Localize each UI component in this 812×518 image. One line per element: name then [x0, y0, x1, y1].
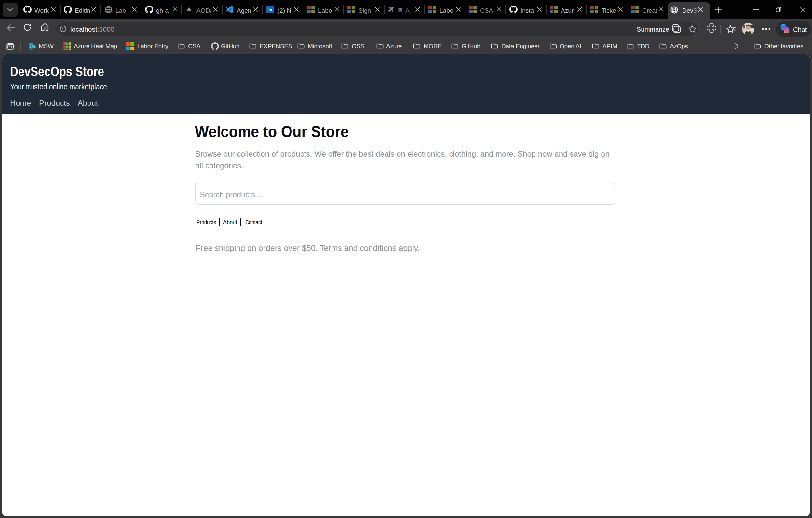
svg-text:in: in [268, 7, 272, 12]
svg-text:s: s [30, 46, 32, 49]
